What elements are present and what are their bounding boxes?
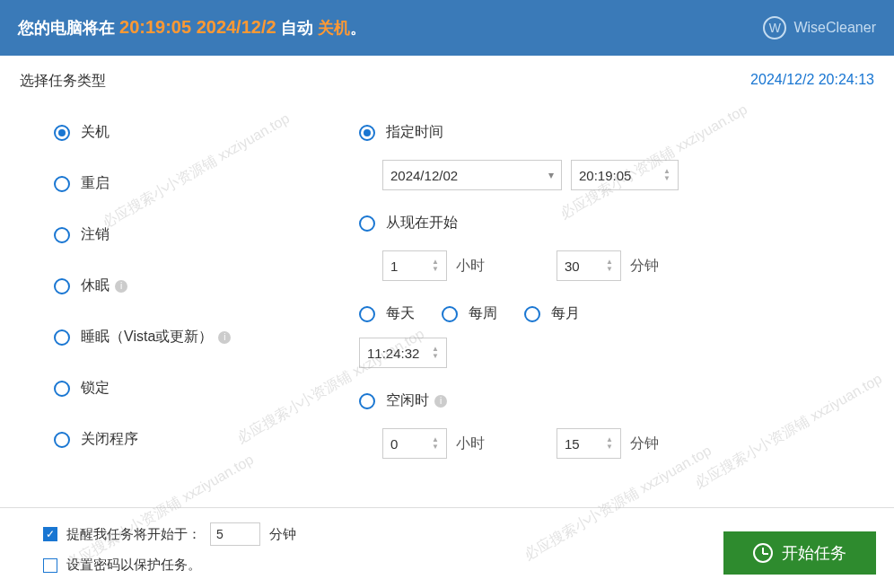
- idle-minutes-value: 15: [565, 436, 580, 452]
- remind-label-a: 提醒我任务将开始于：: [66, 526, 201, 543]
- date-input[interactable]: 2024/12/02 ▾: [382, 160, 562, 190]
- unit-hour: 小时: [456, 257, 485, 276]
- info-icon[interactable]: i: [434, 395, 447, 408]
- radio-icon: [54, 227, 70, 243]
- task-hibernate[interactable]: 休眠 i: [54, 276, 350, 295]
- footer: ✓ 提醒我任务将开始于： 5 分钟 设置密码以保护任务。 开始任务: [0, 507, 894, 588]
- task-label: 关机: [81, 123, 110, 142]
- remind-value: 5: [216, 527, 224, 541]
- schedule-label: 每月: [551, 304, 580, 323]
- info-icon[interactable]: i: [115, 280, 127, 293]
- schedule-label: 每周: [469, 304, 497, 323]
- header-action: 关机: [318, 19, 350, 37]
- hours-value: 1: [390, 259, 398, 274]
- content-area: 关机 重启 注销 休眠 i 睡眠（Vista或更新） i 锁定 关闭程序: [0, 98, 894, 511]
- task-shutdown[interactable]: 关机: [54, 123, 350, 142]
- idle-hours-input[interactable]: 0 ▲▼: [382, 428, 447, 459]
- idle-minutes-input[interactable]: 15 ▲▼: [557, 428, 621, 459]
- task-restart[interactable]: 重启: [54, 174, 350, 193]
- radio-icon: [54, 125, 70, 141]
- task-close-app[interactable]: 关闭程序: [54, 430, 350, 449]
- time-input[interactable]: 20:19:05 ▲▼: [571, 160, 679, 190]
- header-suffix: 。: [350, 19, 366, 37]
- spinner-icon: ▲▼: [663, 168, 670, 182]
- radio-icon: [54, 432, 70, 448]
- task-label: 锁定: [81, 379, 110, 398]
- task-sleep[interactable]: 睡眠（Vista或更新） i: [54, 328, 350, 347]
- clock-icon: [753, 543, 773, 563]
- radio-icon: [359, 306, 375, 322]
- subheader: 选择任务类型 2024/12/2 20:24:13: [0, 56, 894, 98]
- info-icon[interactable]: i: [218, 331, 231, 344]
- radio-icon: [442, 306, 458, 322]
- unit-hour: 小时: [456, 434, 485, 453]
- radio-icon: [54, 329, 70, 346]
- radio-icon: [359, 125, 375, 141]
- password-option[interactable]: 设置密码以保护任务。: [43, 557, 296, 574]
- task-lock[interactable]: 锁定: [54, 379, 350, 398]
- section-title: 选择任务类型: [20, 72, 106, 91]
- spinner-icon: ▲▼: [432, 259, 439, 273]
- chevron-down-icon: ▾: [548, 169, 554, 181]
- daily-time-value: 11:24:32: [367, 346, 419, 361]
- header-prefix: 您的电脑将在: [18, 19, 119, 37]
- schedule-label: 指定时间: [386, 123, 443, 142]
- header-time: 20:19:05 2024/12/2: [119, 17, 276, 37]
- footer-options: ✓ 提醒我任务将开始于： 5 分钟 设置密码以保护任务。: [43, 522, 296, 584]
- spinner-icon: ▲▼: [432, 436, 439, 451]
- remind-option[interactable]: ✓ 提醒我任务将开始于： 5 分钟: [43, 522, 296, 546]
- spinner-icon: ▲▼: [606, 259, 613, 273]
- radio-icon: [524, 306, 540, 322]
- radio-icon: [54, 381, 70, 397]
- specified-inputs: 2024/12/02 ▾ 20:19:05 ▲▼: [382, 160, 858, 190]
- hours-input[interactable]: 1 ▲▼: [382, 250, 447, 281]
- schedule-label: 从现在开始: [386, 214, 458, 233]
- minutes-input[interactable]: 30 ▲▼: [557, 250, 621, 281]
- current-time: 2024/12/2 20:24:13: [750, 72, 874, 91]
- header-message: 您的电脑将在 20:19:05 2024/12/2 自动 关机。: [18, 17, 366, 39]
- password-label: 设置密码以保护任务。: [66, 557, 201, 574]
- idle-inputs: 0 ▲▼ 小时 15 ▲▼ 分钟: [382, 428, 858, 459]
- task-label: 关闭程序: [81, 430, 138, 449]
- schedule-from-now[interactable]: 从现在开始: [359, 214, 858, 233]
- schedule-label: 空闲时: [386, 391, 429, 410]
- header-middle: 自动: [276, 19, 318, 37]
- start-button-label: 开始任务: [782, 542, 846, 564]
- brand-name: WiseCleaner: [793, 20, 876, 36]
- schedule-weekly[interactable]: 每周: [442, 304, 497, 323]
- remind-minutes-input[interactable]: 5: [210, 522, 260, 546]
- from-now-inputs: 1 ▲▼ 小时 30 ▲▼ 分钟: [382, 250, 858, 281]
- radio-icon: [359, 215, 375, 232]
- remind-label-b: 分钟: [269, 526, 296, 543]
- recurrence-row: 每天 每周 每月: [359, 304, 858, 323]
- idle-hours-value: 0: [390, 436, 398, 452]
- time-value: 20:19:05: [579, 168, 631, 183]
- brand-icon: W: [763, 16, 786, 39]
- radio-icon: [54, 176, 70, 192]
- task-label: 注销: [81, 225, 110, 244]
- schedule-idle[interactable]: 空闲时 i: [359, 391, 858, 410]
- checkbox-icon: [43, 558, 57, 573]
- radio-icon: [359, 393, 375, 409]
- task-label: 休眠: [81, 276, 110, 295]
- daily-time-input[interactable]: 11:24:32 ▲▼: [359, 338, 447, 368]
- spinner-icon: ▲▼: [432, 346, 439, 360]
- task-label: 睡眠（Vista或更新）: [81, 328, 213, 347]
- header-bar: 您的电脑将在 20:19:05 2024/12/2 自动 关机。 W WiseC…: [0, 0, 894, 56]
- checkbox-icon: ✓: [43, 527, 57, 541]
- unit-minute: 分钟: [630, 434, 659, 453]
- minutes-value: 30: [565, 259, 580, 274]
- date-value: 2024/12/02: [390, 168, 458, 183]
- schedule-column: 指定时间 2024/12/02 ▾ 20:19:05 ▲▼ 从现在开始 1 ▲▼…: [350, 107, 858, 511]
- daily-time-row: 11:24:32 ▲▼: [359, 338, 858, 368]
- unit-minute: 分钟: [630, 257, 659, 276]
- brand-logo: W WiseCleaner: [763, 16, 876, 39]
- radio-icon: [54, 278, 70, 294]
- start-task-button[interactable]: 开始任务: [723, 531, 876, 575]
- schedule-specified[interactable]: 指定时间: [359, 123, 858, 142]
- schedule-monthly[interactable]: 每月: [524, 304, 580, 323]
- spinner-icon: ▲▼: [606, 436, 613, 451]
- schedule-label: 每天: [386, 304, 415, 323]
- task-logoff[interactable]: 注销: [54, 225, 350, 244]
- schedule-daily[interactable]: 每天: [359, 304, 415, 323]
